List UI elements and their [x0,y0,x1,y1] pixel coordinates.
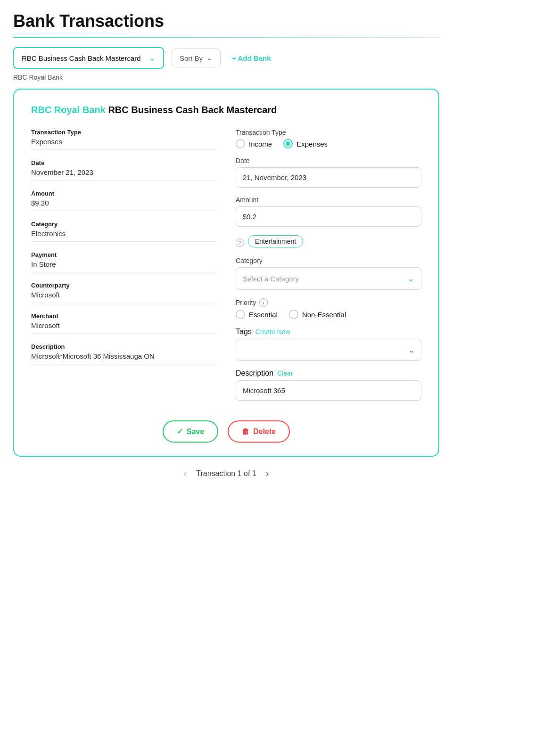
field-merchant-label: Merchant [31,312,217,320]
form-tag-badge-row: ? Entertainment [236,235,421,250]
field-counterparty: Counterparty Microsoft [31,282,217,303]
description-row: Description Clear [236,369,421,378]
form-transaction-type: Transaction Type Income Expenses [236,129,421,148]
category-chevron-icon: ⌄ [407,273,414,284]
form-amount-label: Amount [236,196,421,204]
field-description-label: Description [31,343,217,350]
field-merchant-value: Microsoft [31,321,217,329]
amount-input[interactable] [236,206,421,227]
pagination: ‹ Transaction 1 of 1 › [13,468,439,479]
radio-non-essential[interactable]: Non-Essential [289,310,346,319]
field-date-label: Date [31,159,217,166]
field-amount-label: Amount [31,190,217,197]
form-date-label: Date [236,157,421,164]
form-tags: Tags Create New ⌄ [236,328,421,361]
tag-help-icon[interactable]: ? [236,238,244,247]
sort-chevron-icon: ⌄ [206,54,213,62]
radio-expenses-circle [283,139,293,148]
page-title: Bank Transactions [13,11,439,31]
category-placeholder: Select a Category [243,275,299,283]
clear-link[interactable]: Clear [277,370,293,377]
priority-help-icon[interactable]: i [259,298,268,307]
description-label: Description [236,369,273,378]
radio-essential-circle [236,310,245,319]
radio-essential-label: Essential [249,311,278,319]
field-merchant: Merchant Microsoft [31,312,217,334]
sort-label: Sort By [180,54,203,62]
field-description: Description Microsoft*Microsoft 36 Missi… [31,343,217,364]
form-amount: Amount [236,196,421,227]
trash-icon: 🗑 [242,427,249,436]
radio-non-essential-label: Non-Essential [302,311,346,319]
radio-income-circle [236,139,245,148]
delete-button[interactable]: 🗑 Delete [228,420,290,443]
priority-radio-group: Essential Non-Essential [236,310,421,319]
radio-income-label: Income [249,140,272,148]
radio-essential[interactable]: Essential [236,310,278,319]
tags-label: Tags [236,328,252,336]
field-transaction-type-value: Expenses [31,138,217,146]
form-transaction-type-label: Transaction Type [236,129,421,136]
field-category-value: Electronics [31,230,217,238]
tag-badge: Entertainment [248,235,303,247]
account-chevron-icon: ⌄ [148,53,156,63]
field-payment: Payment In Store [31,251,217,272]
transaction-card: RBC Royal Bank RBC Business Cash Back Ma… [13,89,439,457]
field-category: Category Electronics [31,221,217,242]
card-header: RBC Royal Bank RBC Business Cash Back Ma… [31,105,421,115]
card-bank-name: RBC Royal Bank [31,105,106,115]
save-label: Save [187,427,204,436]
account-select-label: RBC Business Cash Back Mastercard [22,54,141,62]
form-category-label: Category [236,257,421,264]
field-transaction-type-label: Transaction Type [31,129,217,136]
actions-row: ✓ Save 🗑 Delete [31,420,421,443]
tags-chevron-icon: ⌄ [408,345,414,354]
pagination-text: Transaction 1 of 1 [196,469,256,478]
right-column: Transaction Type Income Expenses Date [236,129,421,409]
tags-row: Tags Create New [236,328,421,336]
form-description: Description Clear [236,369,421,401]
toolbar: RBC Business Cash Back Mastercard ⌄ Sort… [13,47,439,69]
radio-expenses[interactable]: Expenses [283,139,328,148]
card-account-name-text: RBC Business Cash Back Mastercard [108,105,277,115]
transaction-type-radio-group: Income Expenses [236,139,421,148]
save-button[interactable]: ✓ Save [163,420,218,443]
form-category: Category Select a Category ⌄ [236,257,421,290]
field-payment-label: Payment [31,251,217,258]
form-priority-label: Priority i [236,298,421,307]
tags-dropdown[interactable]: ⌄ [236,339,421,361]
category-select[interactable]: Select a Category ⌄ [236,267,421,290]
field-date-value: November 21, 2023 [31,168,217,176]
field-transaction-type: Transaction Type Expenses [31,129,217,150]
radio-expenses-label: Expenses [296,140,328,148]
field-category-label: Category [31,221,217,228]
radio-non-essential-circle [289,310,298,319]
field-counterparty-value: Microsoft [31,291,217,299]
delete-label: Delete [253,427,276,436]
sort-select[interactable]: Sort By ⌄ [172,49,221,67]
field-payment-value: In Store [31,260,217,268]
two-col-layout: Transaction Type Expenses Date November … [31,129,421,409]
next-page-button[interactable]: › [266,468,269,479]
form-date: Date [236,157,421,188]
title-divider [13,37,439,38]
form-priority: Priority i Essential Non-Essential [236,298,421,319]
save-check-icon: ✓ [177,427,183,436]
bank-label: RBC Royal Bank [13,74,439,81]
field-amount-value: $9.20 [31,199,217,207]
prev-page-button[interactable]: ‹ [184,468,187,479]
date-input[interactable] [236,167,421,188]
left-column: Transaction Type Expenses Date November … [31,129,217,409]
field-date: Date November 21, 2023 [31,159,217,181]
field-counterparty-label: Counterparty [31,282,217,289]
field-amount: Amount $9.20 [31,190,217,211]
account-select[interactable]: RBC Business Cash Back Mastercard ⌄ [13,47,164,69]
radio-income[interactable]: Income [236,139,272,148]
field-description-value: Microsoft*Microsoft 36 Mississauga ON [31,352,217,360]
description-input[interactable] [236,380,421,401]
create-new-link[interactable]: Create New [255,328,290,336]
add-bank-button[interactable]: + Add Bank [232,54,271,62]
